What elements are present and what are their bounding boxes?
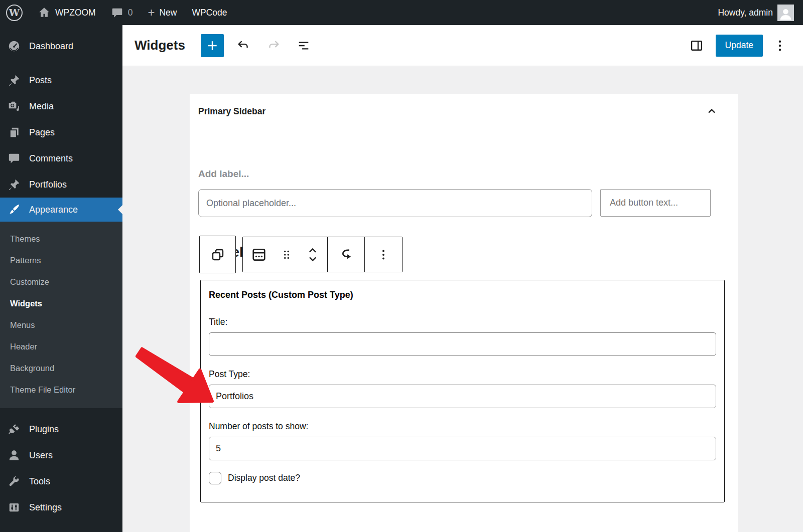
widgets-editor-canvas: Primary Sidebar Add label... Add button … <box>122 66 803 532</box>
sidebar-item-label: Users <box>29 450 53 461</box>
submenu-item-patterns[interactable]: Patterns <box>0 250 122 271</box>
submenu-label: Customize <box>10 277 49 287</box>
block-toolbar <box>199 236 403 273</box>
undo-icon <box>236 39 250 53</box>
search-placeholder-input[interactable] <box>198 189 592 217</box>
sidebar-item-portfolios[interactable]: Portfolios <box>0 171 122 198</box>
wpcode-menu[interactable]: WPCode <box>192 8 227 18</box>
sidebar-item-label: Pages <box>29 127 55 138</box>
submenu-item-theme-file-editor[interactable]: Theme File Editor <box>0 379 122 401</box>
curved-arrow-icon <box>338 247 354 263</box>
posts-count-input[interactable] <box>209 437 716 460</box>
sidebar-item-users[interactable]: Users <box>0 442 122 468</box>
title-field-label: Title: <box>209 317 716 327</box>
media-icon <box>8 100 21 113</box>
collapse-panel-button[interactable] <box>702 101 722 121</box>
my-account-menu[interactable]: Howdy, admin <box>718 5 794 21</box>
document-overview-button[interactable] <box>292 34 316 58</box>
submenu-item-menus[interactable]: Menus <box>0 314 122 336</box>
sidebar-item-comments[interactable]: Comments <box>0 145 122 171</box>
pushpin-icon <box>8 74 21 87</box>
panel-title: Primary Sidebar <box>198 106 265 117</box>
kebab-menu-icon <box>773 39 787 53</box>
block-options-button[interactable] <box>365 237 402 272</box>
submenu-label: Menus <box>10 320 35 330</box>
menu-separator <box>0 408 122 416</box>
search-block-label[interactable]: Add label... <box>198 168 249 180</box>
comments-indicator[interactable]: 0 <box>111 7 133 19</box>
drag-handle[interactable] <box>275 237 298 272</box>
sidebar-item-label: Comments <box>29 153 73 164</box>
posts-count-field-label: Number of posts to show: <box>209 421 716 432</box>
sidebar-item-label: Posts <box>29 75 52 86</box>
settings-sidebar-toggle[interactable] <box>685 34 709 58</box>
comments-icon <box>8 152 21 165</box>
plus-icon: + <box>148 7 155 19</box>
widget-block-type-button[interactable] <box>243 237 275 272</box>
search-button-text-field[interactable]: Add button text... <box>600 189 711 217</box>
site-name-link[interactable]: WPZOOM <box>38 6 96 19</box>
submenu-item-header[interactable]: Header <box>0 336 122 358</box>
submenu-label: Background <box>10 364 54 373</box>
comments-count: 0 <box>128 8 133 18</box>
site-name-label: WPZOOM <box>55 8 96 18</box>
wordpress-logo-menu[interactable]: W <box>6 5 23 21</box>
chevron-up-icon <box>705 105 718 118</box>
sidebar-item-label: Plugins <box>29 424 59 435</box>
primary-sidebar-panel: Primary Sidebar Add label... Add button … <box>190 94 738 532</box>
appearance-submenu: Themes Patterns Customize Widgets Menus … <box>0 222 122 408</box>
block-inserter-button[interactable] <box>201 34 224 57</box>
sidebar-item-appearance[interactable]: Appearance <box>0 198 122 222</box>
pages-icon <box>8 126 21 139</box>
options-menu-button[interactable] <box>768 34 792 58</box>
new-label: New <box>159 8 177 18</box>
post-type-field-label: Post Type: <box>209 369 716 380</box>
block-mover[interactable] <box>298 237 327 272</box>
sidebar-item-label: Dashboard <box>29 41 73 52</box>
submenu-label: Header <box>10 342 37 351</box>
widget-title-input[interactable] <box>209 332 716 356</box>
sidebar-item-label: Portfolios <box>29 180 67 190</box>
move-up-down-icon <box>305 246 320 263</box>
editor-header: Widgets Update <box>122 25 803 66</box>
panel-header: Primary Sidebar <box>190 94 738 129</box>
dashboard-icon <box>8 40 21 53</box>
sidebar-item-label: Tools <box>29 476 50 487</box>
submenu-item-themes[interactable]: Themes <box>0 228 122 250</box>
new-content-menu[interactable]: + New <box>148 7 177 19</box>
sidebar-item-posts[interactable]: Posts <box>0 67 122 93</box>
sidebar-item-settings[interactable]: Settings <box>0 494 122 520</box>
display-date-checkbox[interactable] <box>209 472 221 484</box>
submenu-label: Widgets <box>10 299 42 308</box>
kebab-menu-icon <box>376 248 390 262</box>
legacy-widget-icon <box>250 246 267 263</box>
overlapping-blocks-icon <box>210 247 226 263</box>
sidebar-item-tools[interactable]: Tools <box>0 468 122 494</box>
sidebar-item-plugins[interactable]: Plugins <box>0 416 122 442</box>
admin-menu: Dashboard Posts Media Pages Comments Por… <box>0 25 122 532</box>
pushpin-icon <box>8 178 21 191</box>
update-button[interactable]: Update <box>716 35 763 57</box>
widget-form-heading: Recent Posts (Custom Post Type) <box>209 290 716 300</box>
page-title: Widgets <box>135 38 185 53</box>
settings-icon <box>8 501 21 514</box>
wrench-icon <box>8 475 21 488</box>
drag-dots-icon <box>280 248 293 261</box>
undo-button[interactable] <box>231 34 255 58</box>
howdy-label: Howdy, admin <box>718 8 773 18</box>
post-type-input[interactable] <box>209 385 716 408</box>
plugin-icon <box>8 423 21 436</box>
select-parent-block-button[interactable] <box>199 236 236 273</box>
wordpress-logo-icon: W <box>6 5 23 21</box>
submenu-item-customize[interactable]: Customize <box>0 271 122 293</box>
move-to-widget-area-button[interactable] <box>328 237 364 272</box>
redo-button[interactable] <box>261 34 286 58</box>
sidebar-item-dashboard[interactable]: Dashboard <box>0 33 122 59</box>
sidebar-item-label: Appearance <box>29 205 78 215</box>
submenu-item-background[interactable]: Background <box>0 358 122 379</box>
user-icon <box>8 449 21 462</box>
sidebar-item-media[interactable]: Media <box>0 93 122 119</box>
submenu-item-widgets[interactable]: Widgets <box>0 293 122 314</box>
sidebar-item-pages[interactable]: Pages <box>0 119 122 145</box>
submenu-label: Theme File Editor <box>10 385 75 395</box>
